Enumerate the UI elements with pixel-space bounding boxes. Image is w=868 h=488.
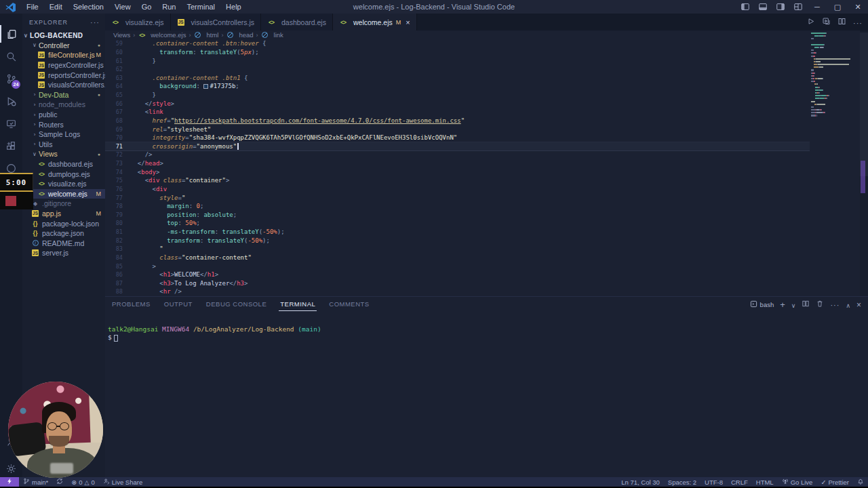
- status-language-mode[interactable]: HTML: [752, 477, 778, 487]
- tab-welcome-ejs[interactable]: <>welcome.ejsM×: [333, 14, 417, 30]
- close-button[interactable]: ✕: [848, 0, 868, 14]
- menu-terminal[interactable]: Terminal: [182, 1, 220, 12]
- run-or-debug-icon[interactable]: [822, 16, 831, 28]
- layout-secondary-icon[interactable]: [772, 0, 789, 14]
- code-line[interactable]: 80 top: 50%;: [105, 219, 810, 228]
- panel-tab-comments[interactable]: COMMENTS: [328, 298, 370, 311]
- tab-visualize-ejs[interactable]: <>visualize.ejs: [105, 14, 171, 30]
- status-remote[interactable]: [0, 477, 19, 487]
- code-line[interactable]: 81 -ms-transform: translateY(-50%);: [105, 228, 810, 237]
- close-panel-icon[interactable]: ×: [856, 298, 861, 310]
- code-line[interactable]: 88 <hr />: [105, 287, 810, 296]
- tree-item[interactable]: ›Routers: [22, 119, 105, 129]
- split-editor-icon[interactable]: [837, 16, 846, 28]
- code-line[interactable]: 66 </style>: [105, 99, 810, 108]
- code-line[interactable]: 76 <div: [105, 185, 810, 194]
- tree-item[interactable]: iREADME.md: [22, 238, 105, 248]
- status-go-live[interactable]: Go Live: [778, 477, 817, 487]
- tree-item[interactable]: {}package.json: [22, 228, 105, 239]
- tree-item[interactable]: JSreportsController.js: [22, 70, 105, 80]
- layout-panel-icon[interactable]: [754, 0, 772, 14]
- code-line[interactable]: 75 <div class="container">: [105, 176, 810, 185]
- remote-explorer-icon[interactable]: [0, 115, 22, 132]
- menu-help[interactable]: Help: [221, 1, 246, 12]
- scrollbar-thumb[interactable]: [860, 33, 868, 176]
- code-line[interactable]: 73 </head>: [105, 159, 810, 168]
- tree-item[interactable]: ›Dev-Data●: [22, 90, 105, 100]
- minimize-button[interactable]: ─: [807, 0, 827, 14]
- maximize-panel-icon[interactable]: ∧: [846, 298, 850, 310]
- panel-tab-debug-console[interactable]: DEBUG CONSOLE: [205, 298, 268, 311]
- tree-item[interactable]: ›Sample Logs: [22, 129, 105, 140]
- code-line[interactable]: 63 .container-content .btn1 {: [105, 74, 810, 83]
- breadcrumb-item[interactable]: <>welcome.ejs: [138, 31, 186, 39]
- tree-item[interactable]: ◆.gitignore: [22, 199, 105, 209]
- source-control-icon[interactable]: 24: [0, 70, 22, 87]
- code-line[interactable]: 69 rel="stylesheet": [105, 125, 810, 134]
- menu-view[interactable]: View: [110, 1, 136, 12]
- code-line[interactable]: 74 <body>: [105, 167, 810, 176]
- code-line[interactable]: 65 }: [105, 91, 810, 100]
- run-debug-icon[interactable]: [0, 92, 22, 110]
- settings-icon[interactable]: [0, 460, 22, 477]
- code-line[interactable]: 79 position: absolute;: [105, 211, 810, 220]
- search-icon[interactable]: [0, 47, 22, 65]
- code-line[interactable]: 84 class="container-content": [105, 253, 810, 262]
- status-problems[interactable]: ⊗0△0: [67, 477, 98, 487]
- breadcrumb-item[interactable]: link: [261, 31, 283, 39]
- menu-run[interactable]: Run: [157, 1, 180, 12]
- status-live-share[interactable]: Live Share: [99, 477, 146, 487]
- breadcrumb-item[interactable]: Views: [113, 31, 130, 39]
- code-line[interactable]: 70 integrity="sha384-wvfXpqpZZVQGK6TAh5P…: [105, 134, 810, 142]
- layout-customize-icon[interactable]: [789, 0, 807, 14]
- new-terminal-icon[interactable]: +: [780, 298, 785, 310]
- explorer-icon[interactable]: [0, 25, 22, 43]
- tree-item[interactable]: ›public: [22, 110, 105, 120]
- tree-item[interactable]: {}package-lock.json: [22, 218, 105, 228]
- code-line[interactable]: 72 />: [105, 150, 810, 159]
- status-notifications[interactable]: [853, 477, 868, 487]
- tree-item[interactable]: ∨Views●: [22, 149, 105, 159]
- code-line[interactable]: 82 transform: translateY(-50%);: [105, 236, 810, 245]
- explorer-more-icon[interactable]: ···: [90, 18, 100, 26]
- code-line[interactable]: 71 crossorigin="anonymous": [105, 142, 810, 151]
- status-branch[interactable]: main*: [19, 477, 52, 487]
- kill-terminal-icon[interactable]: [816, 298, 824, 310]
- status-sync[interactable]: [52, 477, 67, 487]
- editor-scrollbar[interactable]: [860, 30, 868, 296]
- menu-go[interactable]: Go: [137, 1, 157, 12]
- code-line[interactable]: 86 <h1>WELCOME</h1>: [105, 270, 810, 279]
- code-line[interactable]: 64 background: #17375b;: [105, 82, 810, 91]
- code-line[interactable]: 60 transform: translateY(5px);: [105, 48, 810, 57]
- tree-item[interactable]: JSregexController.js: [22, 60, 105, 70]
- status-eol[interactable]: CRLF: [727, 477, 752, 487]
- status-cursor-position[interactable]: Ln 71, Col 30: [617, 477, 664, 487]
- tree-item[interactable]: JSserver.js: [22, 248, 105, 258]
- tree-item[interactable]: JSapp.jsM: [22, 209, 105, 219]
- code-line[interactable]: 61 }: [105, 56, 810, 65]
- split-terminal-icon[interactable]: [802, 298, 810, 310]
- terminal[interactable]: talk2@Hangsai MINGW64 /b/LogAnalyzer/Log…: [108, 325, 321, 342]
- code-line[interactable]: 87 <h3>To Log Analyzer</h3>: [105, 279, 810, 288]
- tab-close-icon[interactable]: ×: [406, 18, 410, 26]
- layout-sidebar-icon[interactable]: [736, 0, 754, 14]
- tree-item[interactable]: JSvisualsControllers.js: [22, 80, 105, 90]
- tree-item[interactable]: <>welcome.ejsM: [22, 189, 105, 199]
- code-line[interactable]: 68 href="https://stackpath.bootstrapcdn.…: [105, 117, 810, 125]
- status-encoding[interactable]: UTF-8: [701, 477, 727, 487]
- tree-item[interactable]: <>visualize.ejs: [22, 179, 105, 189]
- record-stop-icon[interactable]: [5, 196, 16, 206]
- code-line[interactable]: 77 style=": [105, 193, 810, 202]
- terminal-input-line[interactable]: $: [108, 333, 321, 342]
- code-line[interactable]: 78 margin: 0;: [105, 202, 810, 211]
- extensions-icon[interactable]: [0, 137, 22, 155]
- status-prettier[interactable]: ✓Prettier: [816, 477, 853, 487]
- more-actions-icon[interactable]: ···: [853, 16, 863, 28]
- tree-root[interactable]: ∨LOG-BACKEND: [22, 30, 105, 41]
- code-line[interactable]: 85 >: [105, 262, 810, 270]
- menu-file[interactable]: File: [22, 1, 43, 12]
- panel-tab-terminal[interactable]: TERMINAL: [279, 298, 317, 311]
- breadcrumb-item[interactable]: html: [193, 31, 218, 39]
- code-line[interactable]: 59 .container-content .btn:hover {: [105, 39, 810, 48]
- tree-item[interactable]: JSfileController.jsM: [22, 50, 105, 60]
